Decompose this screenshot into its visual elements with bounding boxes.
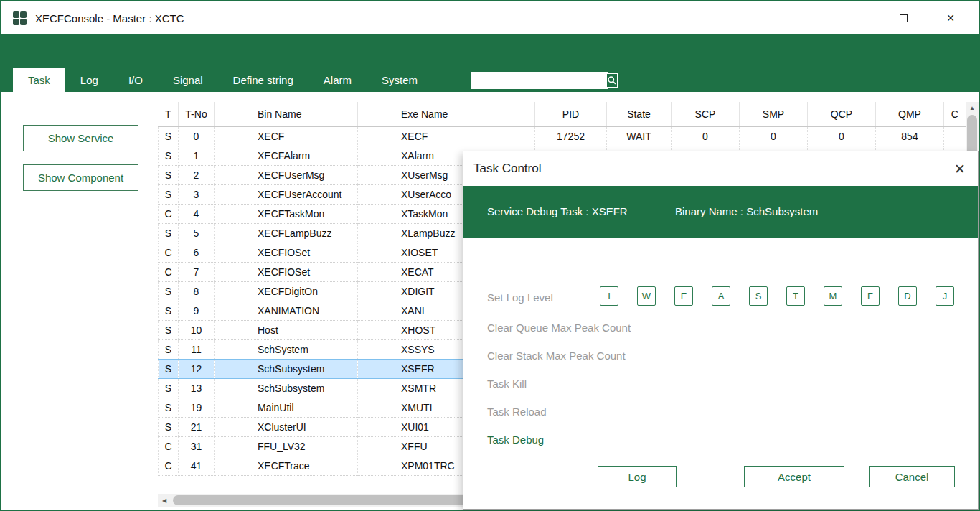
cell-tno: 3	[179, 184, 215, 204]
table-row[interactable]: S0XECFXECF17252WAIT000854	[159, 126, 966, 146]
cell-t: S	[159, 165, 179, 184]
cell-t: S	[159, 417, 179, 436]
show-service-button[interactable]: Show Service	[23, 125, 138, 151]
option-task-kill[interactable]: Task Kill	[487, 378, 527, 390]
cell-tno: 11	[179, 339, 215, 359]
option-clear-queue-max-peak-count[interactable]: Clear Queue Max Peak Count	[487, 322, 631, 334]
cell-tno: 13	[179, 378, 215, 398]
cell-tno: 12	[179, 359, 215, 378]
cell-t: C	[159, 456, 179, 475]
cell-tno: 6	[179, 243, 215, 262]
cell-qmp: 854	[876, 126, 944, 146]
cell-t: S	[159, 281, 179, 301]
column-header: C	[944, 102, 966, 126]
app-logo-icon	[13, 11, 27, 25]
option-task-debug[interactable]: Task Debug	[487, 433, 544, 446]
log-level-w-button[interactable]: W	[637, 286, 656, 306]
log-level-t-button[interactable]: T	[786, 286, 805, 306]
cell-bin: XANIMATION	[215, 301, 358, 320]
cell-t: C	[159, 436, 179, 456]
search-box	[471, 72, 608, 89]
log-level-s-button[interactable]: S	[749, 286, 768, 306]
log-level-m-button[interactable]: M	[824, 286, 842, 306]
dialog-close-icon[interactable]: ✕	[951, 159, 969, 178]
cell-bin: XECFIOSet	[215, 243, 358, 262]
search-button[interactable]	[606, 73, 618, 88]
table-header-row: TT-NoBin NameExe NamePIDStateSCPSMPQCPQM…	[159, 102, 966, 126]
cell-tno: 8	[179, 281, 215, 301]
cell-qcp: 0	[808, 126, 876, 146]
column-header: QCP	[808, 102, 876, 126]
tab-task[interactable]: Task	[13, 68, 65, 92]
column-header: T	[159, 102, 179, 126]
tab-bar: TaskLogI/OSignalDefine stringAlarmSystem	[13, 68, 433, 92]
tab-i-o[interactable]: I/O	[113, 68, 158, 92]
option-task-reload[interactable]: Task Reload	[487, 405, 547, 418]
cell-bin: XECFDigitOn	[215, 281, 358, 301]
cell-t: S	[159, 146, 179, 165]
tab-log[interactable]: Log	[65, 68, 113, 92]
log-level-e-button[interactable]: E	[674, 286, 693, 306]
cell-tno: 2	[179, 165, 215, 184]
minimize-button[interactable]: –	[832, 1, 880, 34]
accept-button[interactable]: Accept	[744, 466, 844, 487]
cell-bin: FFU_LV32	[215, 436, 358, 456]
cell-tno: 5	[179, 223, 215, 243]
cell-smp: 0	[740, 126, 808, 146]
log-level-a-button[interactable]: A	[712, 286, 730, 306]
option-clear-stack-max-peak-count[interactable]: Clear Stack Max Peak Count	[487, 350, 626, 362]
cell-scp: 0	[672, 126, 740, 146]
search-icon	[607, 75, 617, 85]
cell-bin: XECFUserMsg	[215, 165, 358, 184]
cell-exe: XECF	[358, 126, 535, 146]
cell-bin: XECFLampBuzz	[215, 223, 358, 243]
cell-tno: 9	[179, 301, 215, 320]
cancel-button[interactable]: Cancel	[869, 466, 955, 487]
column-header: Bin Name	[215, 102, 358, 126]
window-controls: – ✕	[832, 1, 974, 34]
cell-bin: XECFIOSet	[215, 262, 358, 281]
cell-tno: 0	[179, 126, 215, 146]
cell-bin: SchSystem	[215, 339, 358, 359]
option-set-log-level[interactable]: Set Log Level	[487, 291, 553, 304]
scroll-up-icon[interactable]: ▲	[966, 102, 979, 114]
log-level-j-button[interactable]: J	[936, 286, 954, 306]
maximize-button[interactable]	[880, 1, 927, 34]
cell-t: S	[159, 339, 179, 359]
log-button[interactable]: Log	[598, 466, 677, 487]
log-level-i-button[interactable]: I	[600, 286, 618, 306]
binary-name-label: Binary Name : SchSubsystem	[675, 205, 818, 217]
app-window: XECFConsole - Master : XCTC – ✕ TaskLogI…	[0, 0, 980, 511]
cell-t: S	[159, 359, 179, 378]
cell-bin: XECFTaskMon	[215, 204, 358, 223]
cell-t: S	[159, 398, 179, 417]
cell-t: C	[159, 204, 179, 223]
ribbon: TaskLogI/OSignalDefine stringAlarmSystem	[1, 34, 979, 92]
window-title: XECFConsole - Master : XCTC	[35, 12, 184, 24]
cell-t: S	[159, 184, 179, 204]
cell-t: S	[159, 378, 179, 398]
log-level-d-button[interactable]: D	[898, 286, 917, 306]
scroll-left-icon[interactable]: ◀	[158, 494, 171, 507]
cell-bin: SchSubsystem	[215, 378, 358, 398]
close-button[interactable]: ✕	[927, 1, 974, 34]
column-header: State	[607, 102, 672, 126]
search-input[interactable]	[471, 72, 606, 89]
tab-signal[interactable]: Signal	[158, 68, 218, 92]
cell-bin: XECFAlarm	[215, 146, 358, 165]
log-level-f-button[interactable]: F	[861, 286, 880, 306]
cell-bin: SchSubsystem	[215, 359, 358, 378]
cell-tno: 21	[179, 417, 215, 436]
cell-bin: XECFUserAccount	[215, 184, 358, 204]
tab-alarm[interactable]: Alarm	[308, 68, 367, 92]
cell-pid: 17252	[535, 126, 607, 146]
tab-system[interactable]: System	[367, 68, 433, 92]
cell-state: WAIT	[607, 126, 672, 146]
service-debug-task-label: Service Debug Task : XSEFR	[487, 205, 628, 217]
show-component-button[interactable]: Show Component	[23, 164, 138, 191]
cell-tno: 1	[179, 146, 215, 165]
tab-define-string[interactable]: Define string	[218, 68, 308, 92]
cell-c	[944, 126, 966, 146]
horizontal-scroll-thumb[interactable]	[173, 495, 474, 505]
cell-tno: 31	[179, 436, 215, 456]
